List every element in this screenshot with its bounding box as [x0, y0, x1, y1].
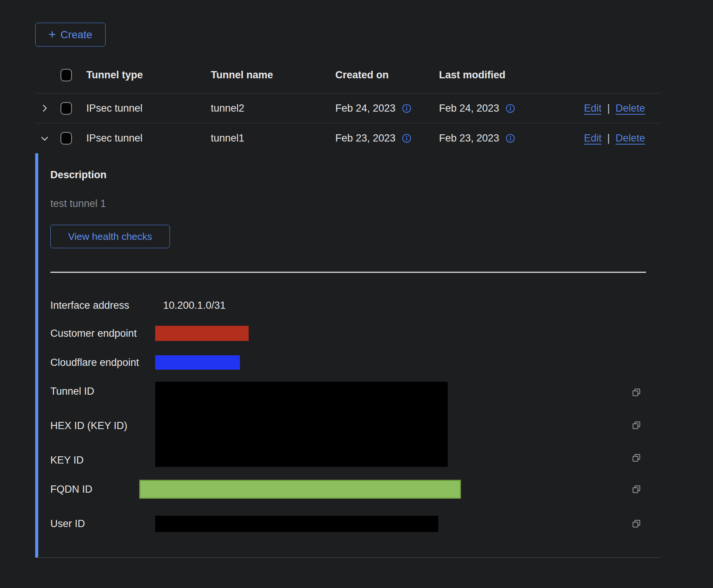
interface-address-value: 10.200.1.0/31	[155, 300, 226, 311]
redacted-value-black	[155, 516, 438, 532]
row-checkbox[interactable]	[61, 102, 72, 115]
description-value: test tunnel 1	[50, 198, 660, 210]
field-label: User ID	[50, 518, 155, 530]
table-header-row: Tunnel type Tunnel name Created on Last …	[35, 57, 660, 93]
chevron-right-icon[interactable]	[40, 103, 50, 113]
field-label: Cloudflare endpoint	[50, 357, 155, 369]
delete-link[interactable]: Delete	[616, 103, 645, 114]
col-header-last-modified: Last modified	[439, 69, 583, 81]
action-separator: |	[607, 132, 610, 144]
description-heading: Description	[50, 169, 660, 181]
interface-address-row: Interface address 10.200.1.0/31	[50, 296, 660, 314]
col-header-tunnel-name: Tunnel name	[211, 69, 335, 81]
info-icon[interactable]	[402, 103, 412, 114]
info-icon[interactable]	[505, 133, 515, 143]
created-on-cell: Feb 24, 2023	[335, 103, 395, 114]
chevron-down-icon[interactable]	[40, 134, 50, 143]
copy-icon[interactable]	[631, 519, 641, 529]
table-row: IPsec tunnel tunnel2 Feb 24, 2023 Feb 24…	[35, 93, 660, 123]
action-separator: |	[607, 103, 610, 114]
tunnel-name-cell: tunnel1	[211, 132, 335, 144]
field-label: Interface address	[50, 300, 155, 311]
row-checkbox[interactable]	[61, 132, 72, 145]
field-label: Customer endpoint	[50, 328, 155, 339]
edit-link[interactable]: Edit	[584, 132, 602, 144]
copy-icon[interactable]	[631, 387, 641, 398]
select-all-checkbox[interactable]	[61, 69, 72, 81]
field-label: Tunnel ID	[50, 386, 155, 397]
expanded-tunnel-panel: Description test tunnel 1 View health ch…	[35, 153, 660, 558]
created-on-cell: Feb 23, 2023	[335, 132, 395, 144]
col-header-tunnel-type: Tunnel type	[86, 69, 211, 81]
view-health-checks-button[interactable]: View health checks	[50, 225, 170, 248]
info-icon[interactable]	[402, 133, 412, 143]
last-modified-cell: Feb 24, 2023	[439, 103, 499, 114]
tunnel-ids-group: Tunnel ID HEX ID (KEY ID) KEY ID	[50, 382, 660, 467]
user-id-row: User ID	[50, 516, 660, 532]
col-header-created-on: Created on	[335, 69, 439, 81]
field-label: KEY ID	[50, 454, 155, 466]
create-button[interactable]: + Create	[35, 23, 106, 47]
copy-icon[interactable]	[631, 453, 641, 463]
plus-icon: +	[48, 28, 56, 40]
redacted-value-blue	[155, 355, 240, 370]
info-icon[interactable]	[505, 103, 515, 114]
tunnel-type-cell: IPsec tunnel	[86, 103, 211, 114]
section-divider	[50, 272, 646, 273]
redacted-value-red	[155, 326, 249, 341]
cloudflare-endpoint-row: Cloudflare endpoint	[50, 355, 660, 370]
fqdn-id-row: FQDN ID	[50, 480, 660, 499]
field-label: HEX ID (KEY ID)	[50, 420, 155, 432]
customer-endpoint-row: Customer endpoint	[50, 326, 660, 341]
tunnel-name-cell: tunnel2	[211, 103, 335, 114]
create-button-label: Create	[61, 29, 92, 41]
copy-icon[interactable]	[631, 484, 641, 495]
copy-icon[interactable]	[631, 420, 641, 431]
delete-link[interactable]: Delete	[616, 132, 645, 144]
table-row: IPsec tunnel tunnel1 Feb 23, 2023 Feb 23…	[35, 123, 660, 153]
tunnels-table: Tunnel type Tunnel name Created on Last …	[35, 57, 660, 153]
redacted-value-green	[139, 480, 461, 499]
last-modified-cell: Feb 23, 2023	[439, 132, 499, 144]
redacted-value-black	[155, 382, 448, 467]
tunnel-type-cell: IPsec tunnel	[86, 132, 211, 144]
edit-link[interactable]: Edit	[584, 103, 602, 114]
